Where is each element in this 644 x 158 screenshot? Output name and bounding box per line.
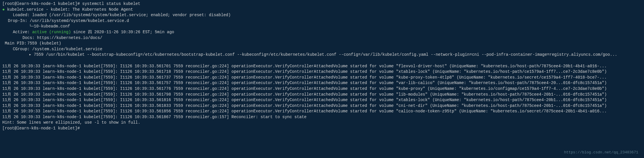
cgroup-value: /system.slice/kubelet.service (32, 47, 103, 51)
arrow-icon: ▸ (29, 52, 31, 57)
command-line: [root@learn-k8s-node-1 kubelet]# systemc… (2, 1, 642, 7)
dropin-file-line: └─10-kubeadm.conf (2, 24, 642, 29)
docs-label: Docs: (14, 35, 35, 41)
status-bullet-icon: ● (2, 7, 5, 12)
shell-prompt: [root@learn-k8s-node-1 kubelet]# (2, 126, 80, 131)
mainpid-value: 7559 (kubelet) (27, 41, 61, 46)
hint-line: Hint: Some lines were ellipsized, use -l… (2, 120, 642, 126)
active-label: Active: (10, 29, 30, 35)
service-name: kubelet.service - kubelet: The Kubernete… (7, 7, 133, 12)
shell-prompt: [root@learn-k8s-node-1 kubelet]# (2, 1, 82, 6)
log-line: 11月 26 10:39:33 learn-k8s-node-1 kubelet… (2, 86, 642, 92)
dropin-line: Drop-In: /usr/lib/systemd/system/kubelet… (2, 18, 642, 24)
log-line: 11月 26 10:39:33 learn-k8s-node-1 kubelet… (2, 109, 642, 114)
service-header: ● kubelet.service - kubelet: The Kuberne… (2, 7, 642, 13)
blank-line (2, 58, 642, 64)
loaded-value: loaded (/usr/lib/systemd/system/kubelet.… (32, 13, 231, 17)
dropin-file: └─10-kubeadm.conf (29, 24, 70, 29)
mainpid-label: Main PID: (5, 41, 25, 47)
cgroup-line: CGroup: /system.slice/kubelet.service (2, 47, 642, 52)
mainpid-line: Main PID: 7559 (kubelet) (2, 41, 642, 47)
log-line: 11月 26 10:39:33 learn-k8s-node-1 kubelet… (2, 80, 642, 86)
active-state: active (running) (32, 30, 71, 34)
cgroup-proc-line: ▸ 7559 /usr/bin/kubelet --bootstrap-kube… (2, 52, 642, 58)
log-line: 11月 26 10:39:33 learn-k8s-node-1 kubelet… (2, 103, 642, 109)
command-text: systemctl status kubelet (82, 1, 140, 6)
loaded-label: Loaded: (10, 12, 30, 18)
loaded-line: Loaded: loaded (/usr/lib/systemd/system/… (2, 12, 642, 18)
log-line: 11月 26 10:39:33 learn-k8s-node-1 kubelet… (2, 64, 642, 69)
active-since: since 四 2020-11-26 10:39:26 EST; 5min ag… (71, 30, 174, 34)
active-line: Active: active (running) since 四 2020-11… (2, 29, 642, 35)
log-line: 11月 26 10:39:33 learn-k8s-node-1 kubelet… (2, 114, 642, 120)
log-lines: 11月 26 10:39:33 learn-k8s-node-1 kubelet… (2, 64, 642, 120)
cgroup-label: CGroup: (10, 47, 30, 52)
docs-line: Docs: https://kubernetes.io/docs/ (2, 35, 642, 41)
dropin-label: Drop-In: (7, 18, 27, 24)
log-line: 11月 26 10:39:33 learn-k8s-node-1 kubelet… (2, 92, 642, 98)
watermark: https://blog.csdn.net/qq_23483671 (564, 150, 638, 155)
log-line: 11月 26 10:39:33 learn-k8s-node-1 kubelet… (2, 69, 642, 75)
cgroup-proc: 7559 /usr/bin/kubelet --bootstrap-kubeco… (34, 52, 617, 57)
docs-value: https://kubernetes.io/docs/ (37, 36, 102, 40)
log-line: 11月 26 10:39:33 learn-k8s-node-1 kubelet… (2, 97, 642, 103)
log-line: 11月 26 10:39:33 learn-k8s-node-1 kubelet… (2, 75, 642, 81)
prompt-line: [root@learn-k8s-node-1 kubelet]# (2, 126, 642, 131)
dropin-value: /usr/lib/systemd/system/kubelet.service.… (30, 18, 129, 23)
terminal-output: [root@learn-k8s-node-1 kubelet]# systemc… (2, 1, 642, 131)
